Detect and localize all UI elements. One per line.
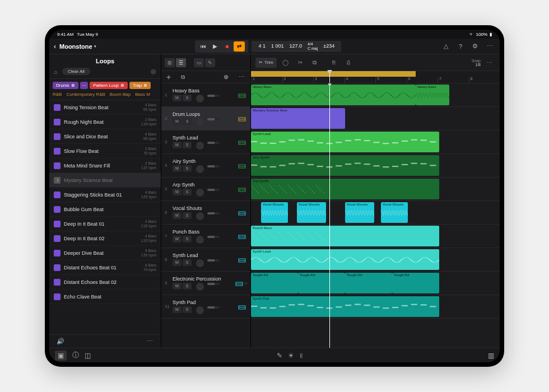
search-icon[interactable]: ⌕ — [54, 68, 58, 75]
track-header[interactable]: 3 Synth Lead M S — [161, 130, 250, 154]
play-button[interactable]: ▶ — [210, 41, 220, 52]
pan-knob[interactable] — [196, 259, 204, 267]
mute-button[interactable]: M — [173, 118, 182, 125]
solo-button[interactable]: S — [183, 283, 192, 290]
playhead[interactable] — [329, 83, 330, 348]
instrument-icon[interactable] — [237, 255, 247, 265]
subcategory-item[interactable]: Bass M — [135, 92, 150, 97]
pan-knob[interactable] — [196, 189, 204, 197]
cycle-region[interactable] — [251, 71, 416, 77]
mute-button[interactable]: M — [173, 95, 182, 101]
timeline-region[interactable]: Vocal Shouts — [261, 202, 288, 223]
timeline-region[interactable]: Heavy Bass — [416, 85, 449, 105]
solo-button[interactable]: S — [183, 189, 192, 195]
timeline-region[interactable]: Synth Pad — [251, 296, 439, 317]
timeline-region[interactable]: Tough Kit — [345, 273, 392, 293]
volume-slider[interactable] — [207, 259, 220, 262]
loops-more-icon[interactable]: ⋯ — [144, 336, 155, 347]
brightness-icon[interactable]: ☀ — [288, 352, 294, 360]
timeline-region[interactable]: Tough Kit — [298, 273, 345, 293]
view-grid-button[interactable]: ⊞ — [165, 58, 175, 67]
loop-row[interactable]: Echo Clave Beat — [49, 290, 161, 304]
instrument-icon[interactable] — [237, 302, 247, 312]
volume-icon[interactable]: 🔊 — [55, 336, 66, 347]
track-header[interactable]: 8 Synth Lead M S — [161, 248, 250, 272]
solo-button[interactable]: S — [183, 118, 192, 125]
go-to-start-button[interactable]: ⏮ — [198, 41, 208, 52]
edit-button[interactable]: ✎ — [277, 352, 282, 360]
instrument-icon[interactable] — [237, 184, 247, 194]
volume-slider[interactable] — [207, 118, 220, 120]
timeline-ruler[interactable]: 12345678 — [251, 71, 500, 83]
instrument-icon[interactable] — [237, 231, 247, 241]
timeline-region[interactable]: Mystery Science Beat+ — [251, 108, 345, 129]
solo-button[interactable]: S — [183, 142, 192, 148]
loop-row[interactable]: ॥ Mystery Science Beat — [49, 173, 161, 188]
loop-list[interactable]: Rising Tension Beat 4 Bars95 bpm Rough N… — [49, 100, 161, 334]
scissors-icon[interactable]: ✂ — [295, 58, 306, 68]
volume-slider[interactable] — [207, 165, 220, 167]
results-filter-icon[interactable]: ◎ — [151, 68, 156, 75]
timeline-region[interactable]: Synth Lead — [251, 132, 439, 152]
track-header[interactable]: 1 Heavy Bass M S — [161, 83, 250, 107]
instrument-icon[interactable] — [237, 90, 247, 100]
pan-knob[interactable] — [196, 95, 204, 102]
subcategory-item[interactable]: Contemporary R&B — [66, 92, 105, 97]
loop-row[interactable]: Distant Echoes Beat 02 — [49, 275, 161, 290]
view-automation-button[interactable]: ✎ — [205, 58, 215, 67]
timeline-region[interactable]: Vocal Shouts — [297, 202, 326, 223]
help-icon[interactable]: ? — [455, 41, 466, 52]
loop-row[interactable]: Slow Flow Beat 2 Bars70 bpm — [49, 144, 161, 158]
instrument-icon[interactable] — [234, 278, 244, 288]
timeline-lane[interactable]: Heavy BassHeavy Bass — [251, 83, 500, 107]
pan-knob[interactable] — [196, 236, 204, 244]
solo-button[interactable]: S — [183, 306, 192, 313]
view-list-button[interactable]: ☰ — [176, 58, 186, 67]
pan-knob[interactable] — [196, 142, 204, 150]
instrument-icon[interactable] — [237, 208, 247, 218]
loop-tool-icon[interactable]: ◯ — [280, 58, 291, 68]
timeline-lane[interactable]: Synth Pad — [251, 295, 500, 319]
timeline-region[interactable]: Vocal Shouts — [345, 202, 374, 223]
copy-icon[interactable]: ⎘ — [328, 58, 339, 68]
duplicate-track-icon[interactable]: ⧉ — [177, 72, 188, 83]
loop-row[interactable]: Slice and Dice Beat 4 Bars95 bpm — [49, 129, 161, 144]
record-button[interactable]: ● — [222, 41, 232, 52]
timeline-region[interactable]: Airy Synth — [251, 155, 439, 176]
filter-tag[interactable]: Drums ⊗ — [53, 82, 78, 89]
volume-slider[interactable] — [207, 306, 220, 309]
volume-slider[interactable] — [207, 236, 220, 238]
track-header[interactable]: 7 Punch Bass M S — [161, 225, 250, 248]
glue-icon[interactable]: ⧉ — [309, 58, 320, 68]
timeline-region[interactable]: Tough Kit — [392, 273, 439, 293]
loop-row[interactable]: Deeper Dive Beat 4 Bars139 bpm — [49, 246, 161, 260]
loop-row[interactable]: Bubble Gum Beat — [49, 202, 161, 217]
mute-button[interactable]: M — [173, 283, 182, 290]
pan-knob[interactable] — [196, 212, 204, 220]
loop-row[interactable]: Rising Tension Beat 4 Bars95 bpm — [49, 100, 161, 115]
loop-row[interactable]: Deep In It Beat 02 4 Bars110 bpm — [49, 231, 161, 246]
timeline-lane[interactable]: Arp Synth — [251, 178, 500, 201]
timeline-more-icon[interactable]: ⋯ — [484, 58, 495, 68]
track-header[interactable]: 5 Arp Synth M S — [161, 178, 250, 201]
filter-tag[interactable]: ··· — [80, 82, 89, 89]
timeline-region[interactable]: Punch Bass — [251, 226, 439, 246]
cycle-button[interactable]: ⇄ — [234, 41, 245, 52]
timeline-region[interactable]: Tough Kit — [251, 273, 298, 293]
cloud-icon[interactable]: △ — [440, 41, 452, 52]
paste-icon[interactable]: ⎙ — [343, 58, 354, 68]
volume-slider[interactable] — [207, 283, 220, 285]
mute-button[interactable]: M — [173, 165, 182, 172]
mute-button[interactable]: M — [173, 142, 182, 148]
info-button[interactable]: ⓘ — [72, 351, 79, 360]
filter-tag[interactable]: Trap ⊗ — [129, 82, 151, 89]
keyboard-button[interactable]: ▥ — [488, 352, 494, 360]
timeline-region[interactable]: Vocal Shouts — [381, 202, 408, 223]
subcategory-item[interactable]: Boom Bap — [110, 92, 131, 97]
lcd-display[interactable]: 4 1 1 001 127.0 4/4C maj ±234 — [252, 41, 341, 52]
chevron-right-icon[interactable]: › — [245, 280, 247, 286]
solo-button[interactable]: S — [183, 95, 192, 101]
add-track-button[interactable]: ＋ — [165, 72, 173, 82]
back-button[interactable]: ‹ — [54, 43, 56, 50]
volume-slider[interactable] — [207, 212, 220, 214]
